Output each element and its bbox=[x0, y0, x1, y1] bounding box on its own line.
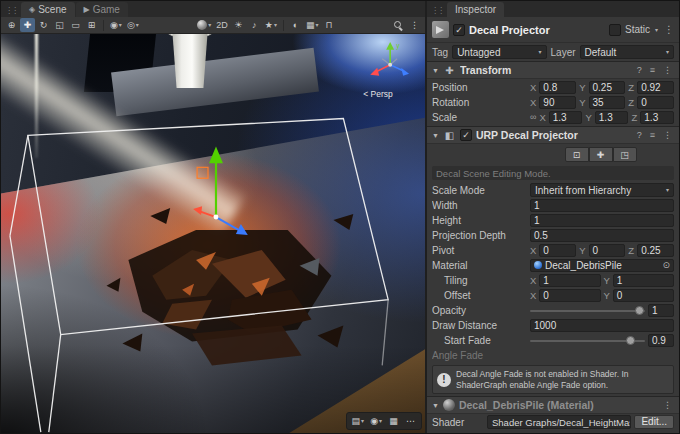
component-menu-icon[interactable]: ⋮ bbox=[661, 400, 674, 410]
preset-icon[interactable]: ≡ bbox=[648, 130, 657, 140]
foldout-icon[interactable]: ▼ bbox=[432, 67, 439, 74]
scene-toolbar: ⊕ ✚ ↻ ◱ ▭ ⊞ ◉▾ ◎▾ ▾ 2D ☀ ♪ ★▾ ◐ ▦▾ ⊓ ⋮ bbox=[1, 17, 425, 34]
persp-label[interactable]: < Persp bbox=[363, 89, 393, 99]
camera-view-dropdown[interactable]: ◉▾ bbox=[368, 414, 384, 428]
static-label: Static bbox=[625, 24, 650, 35]
material-title: Decal_DebrisPile (Material) bbox=[459, 399, 657, 411]
offset-x-field[interactable]: 0 bbox=[539, 289, 600, 302]
pivot-y-field[interactable]: 0 bbox=[589, 244, 626, 257]
active-checkbox[interactable]: ✓ bbox=[453, 24, 465, 36]
opacity-slider[interactable] bbox=[530, 304, 645, 317]
scale-mode-dropdown[interactable]: Inherit from Hierarchy▾ bbox=[530, 183, 674, 197]
grid-dropdown[interactable]: ▦▾ bbox=[304, 18, 321, 32]
draw-distance-field[interactable]: 1000 bbox=[530, 319, 674, 332]
transform-header[interactable]: ▼ ✚ Transform ? ≡ ⋮ bbox=[427, 61, 679, 79]
help-icon[interactable]: ? bbox=[635, 130, 644, 140]
edit-pivot-button[interactable]: ✚ bbox=[589, 147, 613, 162]
static-checkbox[interactable] bbox=[609, 24, 621, 36]
component-menu-icon[interactable]: ⋮ bbox=[661, 130, 674, 140]
pane-drag-handle-icon[interactable]: ⋮⋮ bbox=[5, 6, 17, 15]
toggle-2d-button[interactable]: 2D bbox=[214, 18, 230, 32]
scale-row: Scale ∞ X 1.3 Y 1.3 Z 1.3 bbox=[427, 110, 679, 124]
axis-x-label: X bbox=[530, 82, 536, 93]
static-dropdown-caret[interactable]: ▾ bbox=[655, 27, 658, 33]
decal-projector-header[interactable]: ▼ ◧ ✓ URP Decal Projector ? ≡ ⋮ bbox=[427, 126, 679, 144]
rotation-z-field[interactable]: 0 bbox=[637, 96, 674, 109]
width-field[interactable]: 1 bbox=[530, 199, 674, 212]
pivot-x-field[interactable]: 0 bbox=[539, 244, 576, 257]
overlay-menu-button[interactable]: ▤▾ bbox=[350, 414, 367, 428]
height-field[interactable]: 1 bbox=[530, 214, 674, 227]
gameobject-menu-icon[interactable]: ⋮ bbox=[664, 24, 674, 35]
foldout-icon[interactable]: ▼ bbox=[432, 132, 439, 139]
toolbar-separator bbox=[103, 20, 104, 31]
rotation-y-field[interactable]: 35 bbox=[589, 96, 626, 109]
opacity-field[interactable]: 1 bbox=[648, 304, 674, 317]
scene-menu-button[interactable]: ⋮ bbox=[407, 18, 422, 32]
scale-y-field[interactable]: 1.3 bbox=[595, 111, 629, 124]
tab-game[interactable]: ▶ Game bbox=[76, 2, 128, 17]
scene-lighting-toggle[interactable]: ☀ bbox=[231, 18, 246, 32]
scene-viewport[interactable]: y < Persp ▤▾ ◉▾ ▦ ⋯ bbox=[1, 34, 425, 433]
scene-icon: ◈ bbox=[29, 5, 35, 14]
shader-dropdown[interactable]: Shader Graphs/Decal_HeightMask▾ bbox=[487, 415, 631, 429]
projection-depth-field[interactable]: 0.5 bbox=[530, 229, 674, 242]
scale-x-field[interactable]: 1.3 bbox=[549, 111, 583, 124]
material-object-field[interactable]: Decal_DebrisPile ⊙ bbox=[530, 259, 674, 272]
uniform-scale-link-icon[interactable]: ∞ bbox=[530, 112, 536, 122]
tab-inspector[interactable]: Inspector bbox=[447, 2, 504, 17]
warning-icon: ! bbox=[437, 373, 451, 387]
offset-y-field[interactable]: 0 bbox=[613, 289, 674, 302]
component-menu-icon[interactable]: ⋮ bbox=[661, 65, 674, 75]
rotation-x-field[interactable]: 90 bbox=[539, 96, 576, 109]
foldout-icon[interactable]: ▼ bbox=[432, 402, 439, 409]
edit-bounds-button[interactable]: ⊡ bbox=[565, 147, 589, 162]
pivot-z-field[interactable]: 0.25 bbox=[637, 244, 674, 257]
tiling-x-field[interactable]: 1 bbox=[539, 274, 600, 287]
transform-tool-button[interactable]: ⊞ bbox=[84, 18, 99, 32]
scale-tool-button[interactable]: ◱ bbox=[52, 18, 67, 32]
rotate-tool-button[interactable]: ↻ bbox=[36, 18, 51, 32]
object-picker-icon[interactable]: ⊙ bbox=[662, 260, 670, 270]
overlay-more-button[interactable]: ⋯ bbox=[403, 414, 418, 428]
tab-scene[interactable]: ◈ Scene bbox=[21, 2, 75, 17]
transform-title: Transform bbox=[460, 64, 631, 76]
view-tool-button[interactable]: ⊕ bbox=[4, 18, 19, 32]
shading-mode-dropdown[interactable]: ▾ bbox=[195, 18, 213, 32]
scene-orientation-gizmo[interactable]: y < Persp bbox=[363, 42, 409, 99]
effects-dropdown[interactable]: ★▾ bbox=[263, 18, 279, 32]
search-icon bbox=[393, 20, 404, 31]
start-fade-slider[interactable] bbox=[530, 334, 645, 347]
scene-audio-toggle[interactable]: ♪ bbox=[247, 18, 262, 32]
rect-tool-button[interactable]: ▭ bbox=[68, 18, 83, 32]
pivot-mode-dropdown[interactable]: ◉▾ bbox=[108, 18, 124, 32]
help-icon[interactable]: ? bbox=[635, 65, 644, 75]
scene-visibility-toggle[interactable]: ◐ bbox=[288, 18, 303, 32]
start-fade-field[interactable]: 0.9 bbox=[648, 334, 674, 347]
material-header[interactable]: ▼ Decal_DebrisPile (Material) ⋮ bbox=[427, 396, 679, 414]
component-enabled-checkbox[interactable]: ✓ bbox=[460, 129, 472, 141]
move-tool-button[interactable]: ✚ bbox=[20, 18, 35, 32]
move-gizmo[interactable] bbox=[193, 146, 248, 235]
handle-space-dropdown[interactable]: ◎▾ bbox=[125, 18, 141, 32]
more-icon: ⋯ bbox=[406, 417, 415, 426]
snap-toggle[interactable]: ⊓ bbox=[321, 18, 336, 32]
position-x-field[interactable]: 0.8 bbox=[539, 81, 576, 94]
x-axis-arrow bbox=[199, 211, 216, 217]
gameobject-name[interactable]: Decal Projector bbox=[469, 24, 605, 36]
search-button[interactable] bbox=[391, 18, 406, 32]
shader-edit-button[interactable]: Edit... bbox=[634, 415, 674, 429]
position-y-field[interactable]: 0.25 bbox=[589, 81, 626, 94]
layer-dropdown[interactable]: Default▾ bbox=[580, 45, 674, 59]
scale-z-field[interactable]: 1.3 bbox=[640, 111, 674, 124]
light-icon: ☀ bbox=[234, 21, 242, 30]
inspector-panel: ⋮⋮ Inspector ✓ Decal Projector Static ▾ … bbox=[427, 1, 679, 433]
grid-overlay-button[interactable]: ▦ bbox=[386, 414, 401, 428]
preset-icon[interactable]: ≡ bbox=[648, 65, 657, 75]
position-z-field[interactable]: 0.92 bbox=[637, 81, 674, 94]
edit-uv-button[interactable]: ◳ bbox=[613, 147, 637, 162]
decal-edit-mode-buttons: ⊡ ✚ ◳ bbox=[427, 144, 679, 164]
pane-drag-handle-icon[interactable]: ⋮⋮ bbox=[431, 6, 443, 15]
tag-dropdown[interactable]: Untagged▾ bbox=[452, 45, 546, 59]
tiling-y-field[interactable]: 1 bbox=[613, 274, 674, 287]
